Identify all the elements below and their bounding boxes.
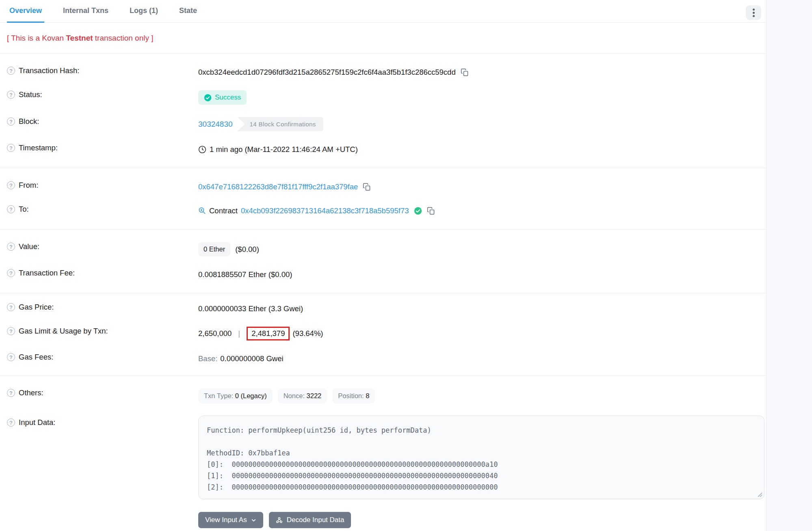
timestamp-label: Timestamp: <box>19 143 58 152</box>
decode-icon <box>276 517 283 524</box>
copy-icon <box>427 207 435 215</box>
status-badge: Success <box>198 90 247 105</box>
row-from: ? From: 0x647e7168122263d8e7f81f17fff9c2… <box>0 175 766 199</box>
contract-quickview-icon[interactable] <box>198 207 206 215</box>
chevron-down-icon <box>251 518 256 523</box>
help-icon[interactable]: ? <box>7 303 15 311</box>
testnet-notice: [ This is a Kovan Testnet transaction on… <box>7 34 766 43</box>
view-input-as-button[interactable]: View Input As <box>198 512 263 528</box>
row-status: ? Status: Success <box>0 84 766 111</box>
txn-type-badge: Txn Type: 0 (Legacy) <box>198 388 273 403</box>
help-icon[interactable]: ? <box>7 67 15 75</box>
help-icon[interactable]: ? <box>7 117 15 126</box>
block-number-link[interactable]: 30324830 <box>198 120 233 129</box>
row-block: ? Block: 30324830 14 Block Confirmations <box>0 111 766 137</box>
copy-icon <box>461 68 469 76</box>
section-gas: ? Gas Price: 0.0000000033 Ether (3.3 Gwe… <box>0 293 766 375</box>
ether-value-badge: 0 Ether <box>198 242 230 256</box>
from-label: From: <box>19 181 38 190</box>
row-transaction-hash: ? Transaction Hash: 0xcb324eedcd1d07296f… <box>0 60 766 84</box>
help-icon[interactable]: ? <box>7 327 15 335</box>
gas-fees-label: Gas Fees: <box>19 353 53 362</box>
to-label: To: <box>19 205 29 214</box>
tab-logs[interactable]: Logs (1) <box>127 0 160 23</box>
value-label: Value: <box>19 242 39 251</box>
transaction-fee-value: 0.0081885507 Ether ($0.00) <box>198 270 292 279</box>
row-gas-price: ? Gas Price: 0.0000000033 Ether (3.3 Gwe… <box>0 297 766 321</box>
transaction-fee-label: Transaction Fee: <box>19 269 75 277</box>
input-data-actions: View Input As Decode Input Data <box>198 512 766 530</box>
nonce-badge: Nonce: 3222 <box>278 388 327 403</box>
input-data-content: Function: performUpkeep(uint256 id, byte… <box>207 425 756 493</box>
verified-contract-icon <box>414 207 422 215</box>
section-value-fee: ? Value: 0 Ether ($0.00) ? Transaction F… <box>0 230 766 293</box>
section-addresses: ? From: 0x647e7168122263d8e7f81f17fff9c2… <box>0 168 766 229</box>
row-gas-fees: ? Gas Fees: Base: 0.000000008 Gwei <box>0 347 766 371</box>
row-others: ? Others: Txn Type: 0 (Legacy) Nonce: 32… <box>0 382 766 410</box>
help-icon[interactable]: ? <box>7 205 15 213</box>
section-overview-top: ? Transaction Hash: 0xcb324eedcd1d07296f… <box>0 54 766 168</box>
tab-state[interactable]: State <box>177 0 199 23</box>
row-value: ? Value: 0 Ether ($0.00) <box>0 236 766 262</box>
to-contract-word: Contract <box>209 206 238 215</box>
transaction-hash-value: 0xcb324eedcd1d07296fdf3d215a2865275f159c… <box>198 68 456 77</box>
help-icon[interactable]: ? <box>7 144 15 152</box>
position-badge: Position: 8 <box>332 388 375 403</box>
gas-price-value: 0.0000000033 Ether (3.3 Gwei) <box>198 304 303 313</box>
status-label: Status: <box>19 90 42 99</box>
gas-fees-base-value: 0.000000008 Gwei <box>220 354 283 363</box>
gas-price-label: Gas Price: <box>19 303 54 312</box>
row-input-data: ? Input Data: Function: performUpkeep(ui… <box>0 410 766 505</box>
transaction-hash-label: Transaction Hash: <box>19 66 79 75</box>
copy-icon <box>363 183 371 191</box>
check-circle-icon <box>204 94 212 102</box>
help-icon[interactable]: ? <box>7 91 15 99</box>
help-icon[interactable]: ? <box>7 181 15 189</box>
resize-handle[interactable] <box>757 492 762 497</box>
help-icon[interactable]: ? <box>7 353 15 361</box>
others-label: Others: <box>19 388 43 397</box>
row-gas-limit-usage: ? Gas Limit & Usage by Txn: 2,650,000 | … <box>0 321 766 347</box>
gas-fees-base-label: Base: <box>198 354 217 363</box>
row-timestamp: ? Timestamp: 1 min ago (Mar-11-2022 11:4… <box>0 137 766 161</box>
tab-bar: Overview Internal Txns Logs (1) State <box>0 0 766 23</box>
from-address-link[interactable]: 0x647e7168122263d8e7f81f17fff9c2f1aa379f… <box>198 182 358 191</box>
copy-to-address-button[interactable] <box>427 207 435 215</box>
timestamp-value: 1 min ago (Mar-11-2022 11:46:24 AM +UTC) <box>210 145 358 154</box>
gas-limit-value: 2,650,000 <box>198 329 232 338</box>
section-others-input: ? Others: Txn Type: 0 (Legacy) Nonce: 32… <box>0 376 766 531</box>
help-icon[interactable]: ? <box>7 418 15 427</box>
value-usd: ($0.00) <box>235 245 259 254</box>
status-text: Success <box>215 93 241 102</box>
copy-txhash-button[interactable] <box>461 68 469 76</box>
help-icon[interactable]: ? <box>7 389 15 397</box>
gas-limit-usage-label: Gas Limit & Usage by Txn: <box>19 327 108 336</box>
decode-input-data-button[interactable]: Decode Input Data <box>269 512 351 528</box>
gas-used-value-highlighted: 2,481,379 <box>247 327 290 340</box>
row-transaction-fee: ? Transaction Fee: 0.0081885507 Ether ($… <box>0 262 766 286</box>
clock-icon <box>198 145 206 154</box>
to-address-link[interactable]: 0x4cb093f226983713164a62138c3f718a5b595f… <box>241 206 409 215</box>
tab-overview[interactable]: Overview <box>7 0 44 23</box>
separator: | <box>238 329 240 338</box>
row-to: ? To: Contract 0x4cb093f226983713164a621… <box>0 199 766 223</box>
help-icon[interactable]: ? <box>7 269 15 277</box>
more-options-button[interactable] <box>746 5 761 20</box>
gas-used-percent: (93.64%) <box>292 329 323 338</box>
help-icon[interactable]: ? <box>7 243 15 251</box>
tab-internal-txns[interactable]: Internal Txns <box>61 0 111 23</box>
block-label: Block: <box>19 117 39 126</box>
block-confirmations-badge: 14 Block Confirmations <box>238 117 323 131</box>
input-data-textarea[interactable]: Function: performUpkeep(uint256 id, byte… <box>198 416 764 499</box>
transaction-detail-card: Overview Internal Txns Logs (1) State [ … <box>0 0 767 531</box>
input-data-label: Input Data: <box>19 418 56 427</box>
copy-from-address-button[interactable] <box>363 183 371 191</box>
